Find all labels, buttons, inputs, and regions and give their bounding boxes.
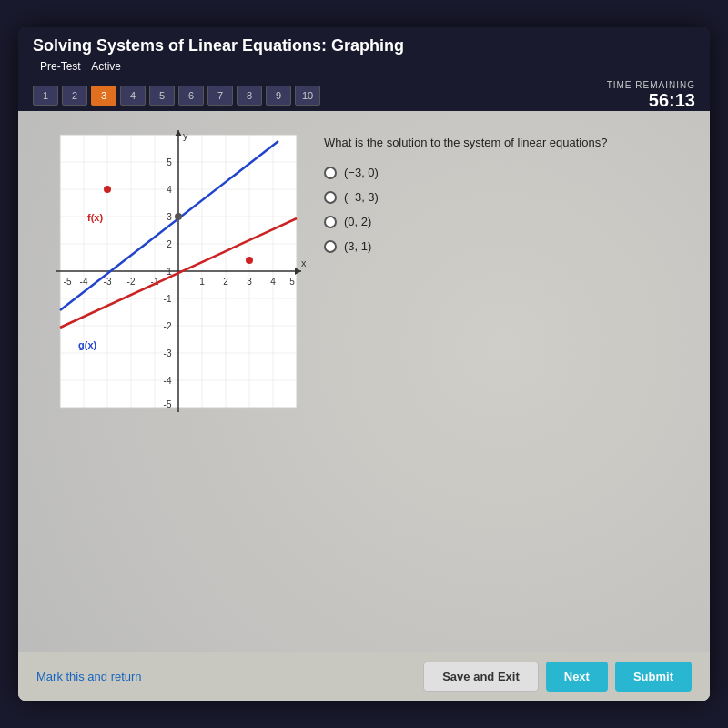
question-tab-2[interactable]: 2	[62, 86, 87, 106]
svg-marker-21	[295, 268, 301, 275]
svg-text:-3: -3	[104, 277, 112, 287]
question-tab-3[interactable]: 3	[91, 86, 116, 106]
action-buttons: Save and Exit Next Submit	[423, 662, 692, 692]
question-text: What is the solution to the system of li…	[324, 135, 695, 151]
svg-text:4: 4	[167, 185, 172, 195]
timer: TIME REMAINING 56:13	[607, 80, 695, 111]
svg-text:4: 4	[270, 277, 276, 287]
test-type-label: Pre-Test Active	[33, 59, 695, 73]
question-tab-9[interactable]: 9	[266, 86, 291, 106]
answer-section: What is the solution to the system of li…	[324, 126, 695, 637]
header-bottom: 12345678910 TIME REMAINING 56:13	[33, 80, 695, 111]
svg-text:-1: -1	[164, 294, 172, 304]
question-tab-8[interactable]: 8	[237, 86, 262, 106]
question-tabs: 12345678910	[33, 86, 320, 106]
save-exit-button[interactable]: Save and Exit	[423, 662, 539, 692]
svg-text:x: x	[301, 258, 306, 268]
svg-text:-2: -2	[164, 321, 172, 331]
svg-point-51	[246, 257, 253, 264]
question-area: -4 -3 -2 -1 1 2 3 4 5 -5 x 5 4 3 2 1	[18, 111, 710, 652]
answer-label-0: (−3, 0)	[344, 166, 379, 179]
next-button[interactable]: Next	[546, 662, 608, 692]
svg-point-50	[175, 213, 182, 220]
svg-text:-2: -2	[127, 277, 136, 287]
answer-label-2: (0, 2)	[344, 215, 371, 228]
svg-text:y: y	[183, 130, 188, 141]
svg-text:5: 5	[289, 277, 295, 287]
answer-label-1: (−3, 3)	[344, 190, 379, 204]
radio-3[interactable]	[324, 240, 337, 253]
svg-text:2: 2	[167, 239, 172, 249]
page-title: Solving Systems of Linear Equations: Gra…	[33, 36, 695, 56]
main-content: -4 -3 -2 -1 1 2 3 4 5 -5 x 5 4 3 2 1	[18, 111, 710, 701]
svg-text:-4: -4	[164, 376, 172, 386]
svg-text:-3: -3	[164, 349, 172, 359]
graph-svg: -4 -3 -2 -1 1 2 3 4 5 -5 x 5 4 3 2 1	[33, 126, 306, 435]
header: Solving Systems of Linear Equations: Gra…	[18, 27, 710, 111]
radio-1[interactable]	[324, 191, 337, 204]
svg-marker-22	[175, 130, 182, 136]
svg-text:2: 2	[223, 277, 228, 287]
answer-option-3[interactable]: (3, 1)	[324, 239, 695, 253]
main-screen: Solving Systems of Linear Equations: Gra…	[18, 27, 710, 701]
bottom-bar: Mark this and return Save and Exit Next …	[18, 652, 710, 701]
graph-container: -4 -3 -2 -1 1 2 3 4 5 -5 x 5 4 3 2 1	[33, 126, 306, 435]
question-tab-7[interactable]: 7	[207, 86, 233, 106]
answer-option-1[interactable]: (−3, 3)	[324, 190, 695, 204]
svg-text:-5: -5	[64, 277, 72, 287]
answer-option-2[interactable]: (0, 2)	[324, 215, 695, 228]
radio-2[interactable]	[324, 216, 337, 228]
mark-return-link[interactable]: Mark this and return	[36, 670, 142, 683]
radio-0[interactable]	[324, 167, 337, 179]
answer-label-3: (3, 1)	[344, 239, 371, 253]
svg-point-47	[104, 186, 111, 193]
svg-text:1: 1	[199, 277, 205, 287]
svg-text:3: 3	[247, 277, 252, 287]
svg-text:-4: -4	[80, 277, 88, 287]
svg-text:5: 5	[167, 157, 172, 167]
question-tab-6[interactable]: 6	[178, 86, 204, 106]
svg-text:-5: -5	[164, 399, 172, 410]
submit-button[interactable]: Submit	[615, 662, 692, 692]
question-tab-4[interactable]: 4	[120, 86, 146, 106]
question-tab-5[interactable]: 5	[149, 86, 175, 106]
svg-text:3: 3	[167, 212, 172, 222]
svg-text:f(x): f(x)	[87, 212, 103, 223]
svg-text:g(x): g(x)	[78, 339, 97, 350]
answer-option-0[interactable]: (−3, 0)	[324, 166, 695, 179]
question-tab-10[interactable]: 10	[295, 86, 320, 106]
question-tab-1[interactable]: 1	[33, 86, 58, 106]
